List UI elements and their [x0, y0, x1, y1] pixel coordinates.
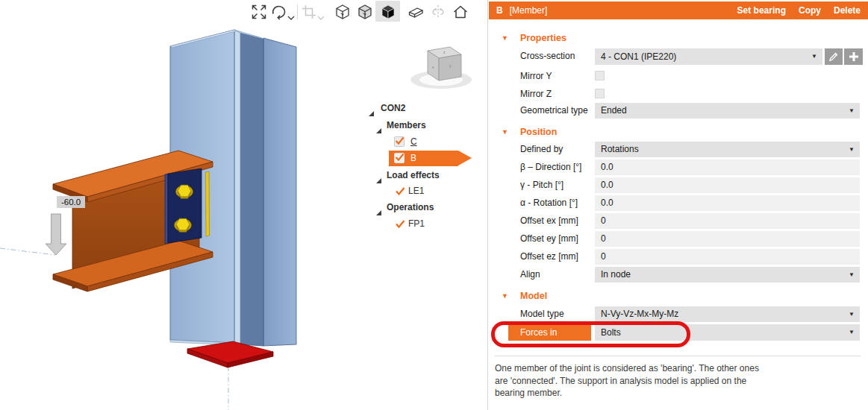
forces-in-dropdown[interactable]: Bolts▼ — [595, 324, 860, 341]
tree-node-label: Load effects — [387, 168, 440, 183]
beta-direction-input[interactable]: 0.0 — [595, 160, 860, 175]
tree-node-label: Operations — [387, 200, 434, 215]
defined-by-label: Defined by — [520, 142, 595, 157]
dropdown-caret-icon: ▼ — [849, 267, 855, 283]
weld — [206, 171, 210, 236]
forces-in-label: Forces in — [520, 324, 557, 341]
mirror-y-label: Mirror Y — [520, 69, 595, 84]
dropdown-caret-icon: ▼ — [849, 324, 855, 341]
delete-button[interactable]: Delete — [834, 5, 861, 16]
mirror-z-checkbox[interactable] — [595, 89, 605, 98]
geometrical-type-label: Geometrical type — [520, 103, 595, 119]
tree-item-label: LE1 — [408, 183, 424, 199]
properties-panel: B [Member] Set bearing Copy Delete ▼ Pro… — [487, 0, 868, 410]
model-type-dropdown[interactable]: N-Vy-Vz-Mx-My-Mz▼ — [595, 306, 860, 322]
tree-node-label: CON2 — [381, 101, 405, 116]
help-text: One member of the joint is considered as… — [495, 362, 772, 400]
member-name: B — [496, 5, 503, 16]
mirror-z-label: Mirror Z — [520, 86, 595, 102]
add-cross-section-button[interactable] — [844, 48, 863, 65]
cross-section-dropdown[interactable]: 4 - CON1 (IPE220)▼ — [595, 48, 822, 65]
divider — [495, 356, 861, 356]
section-position[interactable]: Position — [520, 126, 557, 138]
offset-ey-input[interactable]: 0 — [595, 231, 860, 247]
offset-ez-input[interactable]: 0 — [595, 249, 860, 265]
offset-ex-input[interactable]: 0 — [595, 213, 860, 229]
tree-item-label: FP1 — [408, 216, 425, 232]
check-icon — [395, 136, 405, 145]
beta-direction-label: β – Direction [°] — [520, 160, 595, 175]
section-properties[interactable]: Properties — [520, 32, 566, 44]
transparent-view-icon[interactable] — [356, 3, 374, 21]
dropdown-caret-icon: ▼ — [849, 103, 855, 119]
dropdown-caret-icon: ▼ — [849, 142, 855, 157]
edit-cross-section-button[interactable] — [825, 48, 843, 65]
mirror-view-icon[interactable] — [429, 3, 447, 21]
dropdown-caret-icon: ▼ — [849, 306, 855, 322]
align-label: Align — [520, 267, 595, 283]
tree-selection-arrow — [458, 151, 472, 165]
expander-icon[interactable] — [376, 173, 381, 189]
check-icon — [395, 219, 405, 229]
fin-plate[interactable] — [165, 168, 202, 244]
tree-item-label: B — [410, 151, 416, 166]
expander-icon[interactable] — [376, 205, 381, 221]
expander-icon[interactable] — [376, 123, 381, 139]
view-cube[interactable]: x y z — [410, 47, 472, 89]
load-arrow — [46, 214, 66, 255]
dropdown-caret-icon: ▼ — [811, 48, 817, 65]
offset-ez-label: Offset ez [mm] — [520, 249, 595, 265]
offset-ey-label: Offset ey [mm] — [520, 231, 595, 247]
orbit-rotate-icon[interactable] — [269, 3, 287, 21]
cut-wedge-view-icon[interactable] — [407, 3, 425, 21]
alpha-rotation-input[interactable]: 0.0 — [595, 195, 860, 211]
load-value-label: -60.0 — [57, 196, 85, 208]
expander-icon[interactable] — [369, 106, 374, 122]
crop-dropdown-chevron[interactable] — [317, 10, 325, 14]
set-bearing-button[interactable]: Set bearing — [737, 5, 786, 16]
collapse-arrow-icon[interactable]: ▼ — [502, 126, 508, 138]
align-dropdown[interactable]: In node▼ — [595, 267, 860, 283]
section-crop-icon[interactable] — [300, 3, 318, 21]
gamma-pitch-label: γ - Pitch [°] — [520, 177, 595, 193]
geometrical-type-dropdown[interactable]: Ended▼ — [595, 103, 860, 119]
forces-in-highlight: Forces in — [508, 324, 591, 341]
member-type: [Member] — [510, 5, 548, 16]
cross-section-label: Cross-section — [520, 48, 595, 64]
app-window: x y z -60.0 — [0, 0, 868, 410]
project-tree: CON2 Members C B Load effects LE1 Oper — [363, 97, 487, 235]
orbit-dropdown-chevron[interactable] — [287, 10, 295, 14]
collapse-arrow-icon[interactable]: ▼ — [502, 290, 508, 302]
toolbar-divider — [297, 4, 298, 19]
gamma-pitch-input[interactable]: 0.0 — [595, 177, 860, 193]
check-icon — [395, 186, 405, 196]
tree-node-label: Members — [387, 118, 426, 133]
tree-item-label: C — [410, 134, 417, 150]
solid-view-icon[interactable] — [379, 3, 397, 21]
section-model[interactable]: Model — [520, 290, 547, 302]
collapse-arrow-icon[interactable]: ▼ — [502, 32, 508, 44]
model-type-label: Model type — [520, 306, 595, 322]
wireframe-view-icon[interactable] — [334, 3, 352, 21]
panel-header: B [Member] Set bearing Copy Delete — [489, 1, 868, 19]
defined-by-dropdown[interactable]: Rotations▼ — [595, 142, 860, 157]
copy-button[interactable]: Copy — [799, 5, 821, 16]
fit-view-icon[interactable] — [250, 3, 268, 21]
home-view-icon[interactable] — [452, 3, 469, 21]
check-icon — [395, 153, 405, 162]
alpha-rotation-label: α - Rotation [°] — [520, 195, 595, 211]
mirror-y-checkbox[interactable] — [595, 71, 605, 81]
offset-ex-label: Offset ex [mm] — [520, 213, 595, 229]
